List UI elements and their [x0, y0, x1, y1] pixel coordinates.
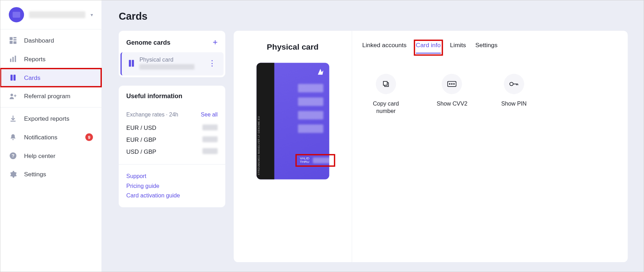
- tab-settings[interactable]: Settings: [475, 42, 497, 53]
- valid-thru-label: VALID THRU: [300, 157, 309, 164]
- svg-point-24: [510, 82, 513, 86]
- action-label: Show PIN: [501, 100, 527, 107]
- svg-point-21: [450, 83, 450, 84]
- card-number-segment-blurred: [298, 84, 323, 93]
- useful-info-title: Useful information: [126, 93, 182, 100]
- nav-referral[interactable]: Referral program: [0, 87, 101, 106]
- card-type-label: Physical card: [140, 57, 203, 63]
- svg-rect-17: [132, 60, 134, 67]
- nav-reports[interactable]: Reports: [0, 50, 101, 68]
- svg-rect-9: [13, 75, 16, 81]
- card-detail-title: Physical card: [267, 43, 318, 52]
- svg-text:?: ?: [12, 153, 14, 158]
- download-icon: [9, 114, 17, 123]
- user-menu[interactable]: ▾: [0, 0, 101, 30]
- card-list-item[interactable]: Physical card ⋮: [120, 52, 224, 76]
- svg-rect-0: [10, 37, 12, 40]
- primary-nav: Dashboard Reports Cards Referral program…: [0, 30, 101, 184]
- card-side-text: XTRDUM1MGO MANELVER LT GENOME.EU: [257, 116, 260, 175]
- rate-pair: EUR / USD: [126, 125, 156, 131]
- card-logo-icon: [316, 68, 324, 77]
- notifications-badge: 9: [85, 133, 93, 141]
- tab-card-info-highlight: Card info: [414, 40, 443, 56]
- rate-value-blurred: [203, 148, 218, 154]
- rates-header: Exchange rates · 24h: [126, 112, 178, 118]
- help-icon: ?: [9, 152, 17, 160]
- show-pin-button[interactable]: Show PIN: [501, 74, 527, 115]
- svg-rect-6: [12, 57, 14, 62]
- card-tabs: Linked accounts Card info Limits Setting…: [360, 31, 619, 53]
- card-number-blurred: [140, 64, 194, 70]
- user-name-blurred: [29, 11, 86, 18]
- rate-value-blurred: [203, 125, 218, 131]
- nav-help-center[interactable]: ? Help center: [0, 146, 101, 165]
- svg-rect-3: [10, 41, 12, 44]
- nav-exported-reports[interactable]: Exported reports: [0, 109, 101, 128]
- card-actions: Copy card number Show CVV2 Show PIN: [360, 53, 619, 135]
- cvv-icon: [442, 74, 462, 94]
- valid-thru-value-blurred: [313, 157, 330, 163]
- card-menu-button[interactable]: ⋮: [207, 58, 218, 68]
- avatar: [9, 7, 24, 22]
- nav-label: Settings: [24, 171, 46, 178]
- add-card-button[interactable]: +: [213, 38, 218, 48]
- action-label: Show CVV2: [436, 100, 467, 107]
- tab-linked-accounts[interactable]: Linked accounts: [362, 42, 407, 53]
- show-cvv-button[interactable]: Show CVV2: [436, 74, 467, 115]
- bell-icon: [9, 133, 17, 141]
- rate-value-blurred: [203, 136, 218, 142]
- card-icon: [128, 59, 135, 67]
- cards-icon: [9, 74, 17, 82]
- svg-rect-7: [15, 56, 16, 62]
- referral-icon: [9, 92, 17, 100]
- nav-settings[interactable]: Settings: [0, 165, 101, 184]
- copy-card-number-button[interactable]: Copy card number: [369, 74, 403, 115]
- nav-label: Cards: [24, 74, 40, 81]
- rate-pair: EUR / GBP: [126, 136, 156, 143]
- valid-thru-highlight: VALID THRU: [295, 154, 335, 167]
- reports-icon: [9, 55, 17, 63]
- tab-card-info[interactable]: Card info: [416, 42, 441, 54]
- genome-cards-panel: Genome cards + Physical card ⋮: [119, 31, 225, 77]
- tab-limits[interactable]: Limits: [450, 42, 466, 53]
- useful-info-panel: Useful information Exchange rates · 24h …: [119, 86, 225, 207]
- nav-dashboard[interactable]: Dashboard: [0, 31, 101, 50]
- svg-rect-5: [10, 59, 12, 62]
- svg-rect-4: [13, 41, 16, 44]
- svg-rect-19: [383, 81, 387, 85]
- nav-label: Notifications: [24, 134, 57, 140]
- rate-row: EUR / GBP: [126, 134, 218, 146]
- svg-point-10: [11, 94, 13, 96]
- card-number-segment-blurred: [298, 97, 323, 106]
- rate-pair: USD / GBP: [126, 148, 156, 155]
- card-visual: XTRDUM1MGO MANELVER LT GENOME.EU: [256, 63, 329, 179]
- card-detail-panel: Physical card XTRDUM1MGO MANELVER LT GEN…: [234, 31, 627, 262]
- nav-cards[interactable]: Cards: [0, 68, 101, 87]
- page-title: Cards: [119, 11, 628, 23]
- svg-rect-1: [13, 37, 16, 38]
- copy-icon: [376, 74, 396, 94]
- svg-point-23: [454, 83, 454, 84]
- svg-point-22: [452, 83, 452, 84]
- svg-rect-16: [129, 60, 131, 67]
- card-number-segment-blurred: [298, 125, 323, 133]
- rate-row: EUR / USD: [126, 122, 218, 134]
- see-all-link[interactable]: See all: [201, 112, 218, 118]
- key-icon: [504, 74, 524, 94]
- chevron-down-icon: ▾: [91, 12, 93, 18]
- pricing-guide-link[interactable]: Pricing guide: [126, 181, 218, 191]
- sidebar: ▾ Dashboard Reports Cards Referral progr…: [0, 0, 102, 272]
- main-content: Cards Genome cards + Physical card ⋮: [102, 0, 644, 272]
- svg-rect-8: [11, 75, 13, 81]
- nav-label: Exported reports: [24, 115, 69, 122]
- nav-notifications[interactable]: Notifications 9: [0, 128, 101, 146]
- gear-icon: [9, 170, 17, 178]
- dashboard-icon: [9, 36, 17, 45]
- nav-label: Help center: [24, 152, 55, 159]
- nav-label: Reports: [24, 56, 45, 62]
- card-number-segment-blurred: [298, 111, 323, 119]
- support-link[interactable]: Support: [126, 171, 218, 181]
- svg-rect-2: [13, 39, 16, 40]
- card-activation-link[interactable]: Card activation guide: [126, 191, 218, 201]
- nav-label: Dashboard: [24, 37, 54, 44]
